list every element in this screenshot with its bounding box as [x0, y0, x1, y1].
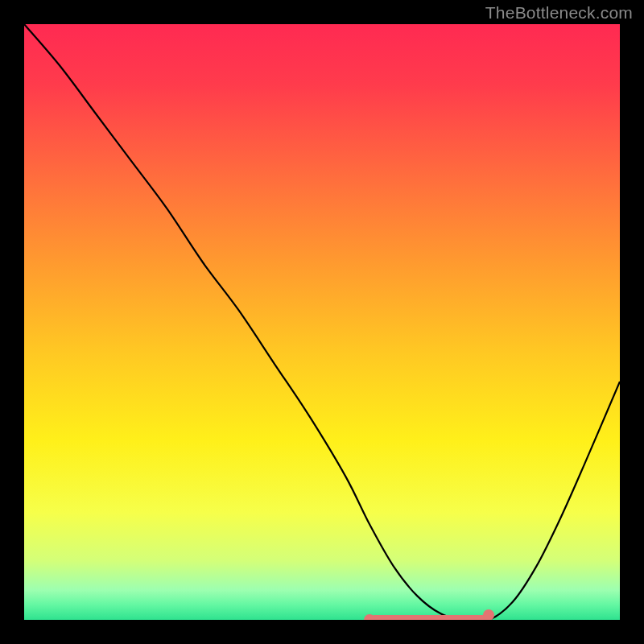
- bottleneck-curve: [24, 24, 620, 620]
- chart-frame: TheBottleneck.com: [0, 0, 644, 644]
- watermark-text: TheBottleneck.com: [485, 3, 633, 23]
- curve-layer: [24, 24, 620, 620]
- optimal-range-band: [369, 615, 489, 620]
- optimal-range-endpoint-right: [483, 609, 494, 620]
- plot-area: [24, 24, 620, 620]
